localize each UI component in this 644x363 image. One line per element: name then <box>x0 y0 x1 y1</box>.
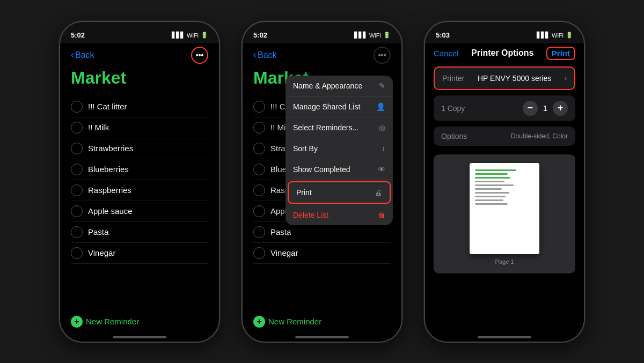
show-completed-label: Show Completed <box>293 165 350 174</box>
battery-icon-1: 🔋 <box>201 32 208 39</box>
back-arrow-1: ‹ <box>71 49 74 61</box>
item-circle <box>71 205 83 217</box>
item-circle <box>71 226 83 238</box>
item-circle <box>253 247 265 259</box>
item-circle <box>253 122 265 134</box>
battery-icon-3: 🔋 <box>566 32 573 39</box>
options-label: Options <box>441 132 467 140</box>
item-circle <box>253 226 265 238</box>
signal-bars-3: ▋▋▋ <box>537 32 550 39</box>
plus-icon-1: + <box>71 316 83 328</box>
list-item[interactable]: Raspberries <box>71 180 208 201</box>
menu-button-1[interactable]: ••• <box>191 47 208 64</box>
screen-1: ‹ Back ••• Market !!! Cat litter!! MilkS… <box>60 43 219 342</box>
menu-delete-list[interactable]: Delete List 🗑 <box>286 205 393 225</box>
back-button-2[interactable]: ‹ Back <box>253 49 277 61</box>
list-item[interactable]: Vinegar <box>71 243 208 264</box>
preview-page <box>470 163 539 254</box>
time-2: 5:02 <box>253 31 267 39</box>
print-preview: Page 1 <box>434 154 575 273</box>
time-1: 5:02 <box>71 31 85 39</box>
item-text: Apple sauce <box>88 206 133 216</box>
manage-shared-label: Manage Shared List <box>293 102 360 111</box>
list-item[interactable]: Apple sauce <box>71 201 208 222</box>
item-text: Raspberries <box>88 186 131 195</box>
list-item[interactable]: Blueberries <box>71 159 208 180</box>
print-button[interactable]: Print <box>546 47 575 60</box>
menu-select-reminders[interactable]: Select Reminders... ◎ <box>286 117 393 138</box>
item-text: Strawberries <box>88 144 133 153</box>
preview-line <box>475 181 504 182</box>
status-icons-2: ▋▋▋ WiFi 🔋 <box>354 32 391 39</box>
preview-line <box>475 184 514 186</box>
back-button-1[interactable]: ‹ Back <box>71 49 94 61</box>
list-item[interactable]: Pasta <box>71 222 208 243</box>
menu-show-completed[interactable]: Show Completed 👁 <box>286 159 393 180</box>
item-circle <box>253 164 265 175</box>
nav-bar-1: ‹ Back ••• <box>71 43 208 68</box>
printer-selector[interactable]: Printer HP ENVY 5000 series › <box>434 66 575 90</box>
item-circle <box>71 184 83 196</box>
back-label-2: Back <box>258 50 277 60</box>
copy-count-value: 1 <box>543 103 547 113</box>
list-item[interactable]: !!! Cat litter <box>71 97 208 117</box>
new-reminder-button-2[interactable]: + New Reminder <box>253 316 321 328</box>
status-icons-3: ▋▋▋ WiFi 🔋 <box>537 32 573 39</box>
list-item[interactable]: Vinegar <box>253 243 391 264</box>
page-title-1: Market <box>71 68 208 88</box>
menu-name-appearance[interactable]: Name & Appearance ✎ <box>286 76 393 97</box>
time-3: 5:03 <box>436 31 450 39</box>
new-reminder-label-2: New Reminder <box>268 317 321 326</box>
signal-bars-1: ▋▋▋ <box>172 32 185 39</box>
select-reminders-label: Select Reminders... <box>293 123 358 132</box>
item-circle <box>71 247 83 259</box>
notch-1 <box>110 22 169 36</box>
item-circle <box>71 143 83 154</box>
list-item[interactable]: Strawberries <box>71 138 208 159</box>
home-indicator-1 <box>113 336 166 338</box>
preview-line <box>475 173 508 175</box>
eye-icon: 👁 <box>378 165 385 174</box>
menu-manage-shared[interactable]: Manage Shared List 👤 <box>286 97 393 117</box>
trash-icon: 🗑 <box>378 211 385 219</box>
menu-button-2[interactable]: ••• <box>374 47 391 64</box>
options-row[interactable]: Options Double-sided, Color <box>434 127 575 146</box>
home-indicator-3 <box>478 336 531 338</box>
cancel-button[interactable]: Cancel <box>434 49 459 58</box>
check-circle-icon: ◎ <box>379 123 385 132</box>
delete-list-label: Delete List <box>293 211 328 219</box>
decrement-copy-button[interactable]: − <box>523 101 538 116</box>
item-text: Pasta <box>88 227 108 236</box>
preview-line <box>475 192 509 194</box>
preview-line <box>475 196 506 197</box>
back-label-1: Back <box>75 50 94 60</box>
item-text: Vinegar <box>270 248 298 257</box>
menu-sort-by[interactable]: Sort By ↕ <box>286 138 393 159</box>
phone-1: 5:02 ▋▋▋ WiFi 🔋 ‹ Back ••• Market !!! Ca… <box>59 21 220 343</box>
ellipsis-icon-2: ••• <box>378 51 386 60</box>
item-text: Blueberries <box>88 165 129 174</box>
printer-screen: Cancel Printer Options Print Printer HP … <box>425 43 584 342</box>
wifi-icon-1: WiFi <box>187 32 199 39</box>
ellipsis-icon-1: ••• <box>196 51 204 60</box>
new-reminder-label-1: New Reminder <box>86 317 139 326</box>
increment-copy-button[interactable]: + <box>553 101 568 116</box>
nav-bar-2: ‹ Back ••• <box>253 43 391 68</box>
menu-print[interactable]: Print 🖨 <box>288 181 391 204</box>
item-text: !! Milk <box>88 123 109 132</box>
preview-line <box>475 203 508 205</box>
item-text: Vinegar <box>88 248 115 257</box>
new-reminder-button-1[interactable]: + New Reminder <box>71 316 139 328</box>
list-item[interactable]: !! Milk <box>71 117 208 138</box>
printer-field-value: HP ENVY 5000 series <box>478 74 551 83</box>
pencil-icon: ✎ <box>379 82 385 90</box>
printer-chevron-icon: › <box>565 75 567 82</box>
name-appearance-label: Name & Appearance <box>293 82 362 90</box>
notch-2 <box>292 22 352 36</box>
sort-icon: ↕ <box>382 144 385 153</box>
item-circle <box>71 122 83 134</box>
preview-line <box>475 177 510 179</box>
preview-line <box>475 199 503 201</box>
printer-field-label: Printer <box>442 74 464 83</box>
back-arrow-2: ‹ <box>253 49 257 61</box>
